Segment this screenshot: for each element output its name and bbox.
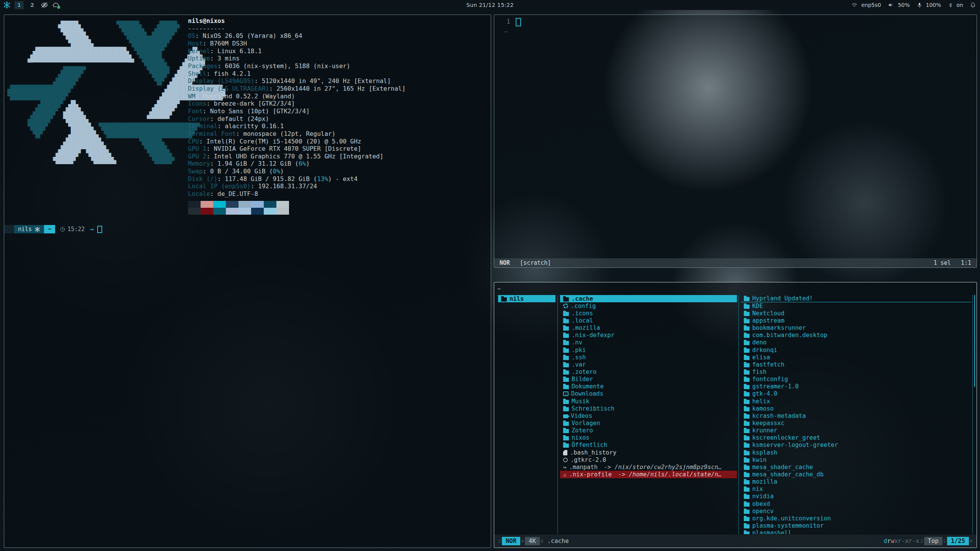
workspace-2[interactable]: 2: [28, 1, 37, 9]
file-row[interactable]: Vorlagen: [560, 419, 737, 427]
fastfetch-label: Terminal Font: [188, 130, 236, 137]
file-name: helix: [752, 398, 770, 405]
file-row[interactable]: kwin: [741, 456, 971, 463]
prompt-arrow: →: [90, 226, 93, 233]
file-row[interactable]: krunner: [741, 427, 971, 434]
color-swatch: [238, 201, 251, 208]
editor-window[interactable]: 1 ~ NOR [scratch] 1 sel 1:1: [494, 15, 977, 268]
file-row[interactable]: .var: [560, 361, 737, 368]
file-row[interactable]: .icons: [560, 310, 737, 317]
file-row[interactable]: mesa_shader_cache: [741, 463, 971, 471]
file-row[interactable]: ⚠.nix-profile -> /home/nils/.local/state…: [560, 471, 737, 478]
file-row[interactable]: Öffentlich: [560, 442, 737, 449]
folder-icon: [744, 326, 750, 331]
file-row[interactable]: fastfetch: [741, 361, 971, 368]
file-row[interactable]: appstream: [741, 317, 971, 324]
file-row[interactable]: .zotero: [560, 368, 737, 375]
network-wifi-icon[interactable]: [851, 2, 858, 8]
file-row[interactable]: .mozilla: [560, 324, 737, 332]
file-row[interactable]: Schreibtisch: [560, 405, 737, 412]
microphone-icon[interactable]: [916, 2, 923, 8]
file-row[interactable]: mozilla: [741, 478, 971, 486]
notification-bell-icon[interactable]: [970, 2, 976, 8]
file-row[interactable]: Videos: [560, 412, 737, 419]
file-row[interactable]: Musik: [560, 398, 737, 405]
prompt-flake-icon: [34, 227, 40, 232]
file-row[interactable]: gtk-4.0: [741, 390, 971, 398]
idle-inhibit-eye-icon[interactable]: [41, 1, 48, 9]
scrollbar[interactable]: [974, 295, 975, 387]
editor-buffer-name: [scratch]: [520, 259, 551, 266]
file-row[interactable]: .bash_history: [560, 449, 737, 456]
file-row[interactable]: opencv: [741, 507, 971, 515]
separator-glyph: 2: [921, 539, 923, 543]
file-row[interactable]: Zotero: [560, 427, 737, 434]
color-swatch: [188, 208, 201, 215]
file-row[interactable]: .pki: [560, 346, 737, 354]
file-row[interactable]: drkonqi: [741, 346, 971, 354]
file-row[interactable]: helix: [741, 398, 971, 405]
prompt-pad-segment: [4, 225, 14, 233]
file-name: .config: [571, 303, 596, 310]
file-row[interactable]: ↪.manpath -> /nix/store/cw2rhy2sjnm8pz9s…: [560, 463, 737, 471]
file-name: bookmarksrunner: [752, 324, 806, 331]
nextcloud-sync-icon[interactable]: [52, 1, 60, 9]
prompt-time-value: 15:22: [67, 226, 85, 233]
color-swatch: [201, 208, 213, 215]
color-swatch: [226, 208, 238, 215]
color-swatch: [213, 208, 226, 215]
file-row[interactable]: com.bitwarden.desktop: [741, 332, 971, 339]
file-row[interactable]: nix: [741, 486, 971, 493]
file-row[interactable]: elisa: [741, 354, 971, 361]
terminal-window[interactable]: ▗▄▄▄ ▗▄▄▄▄ ▄▄▄▖ ▜███▙ ▜███▙ ▟███▛ ▜███▙ …: [4, 15, 491, 548]
file-row[interactable]: nvidia: [741, 493, 971, 500]
file-row[interactable]: mesa_shader_cache_db: [741, 471, 971, 478]
file-row[interactable]: bookmarksrunner: [741, 324, 971, 332]
file-row[interactable]: Nextcloud: [741, 310, 971, 317]
file-row[interactable]: Hyprland Updated!: [741, 295, 971, 302]
file-row[interactable]: .nix-defexpr: [560, 332, 737, 339]
file-row[interactable]: plasmashell: [741, 530, 971, 535]
file-name: .mozilla: [572, 324, 600, 331]
file-row[interactable]: ksmserver-logout-greeter: [741, 442, 971, 449]
file-name: .gtkrc-2.0: [570, 456, 606, 463]
file-row[interactable]: keepassxc: [741, 419, 971, 427]
bluetooth-icon[interactable]: [948, 2, 953, 8]
terminal-cursor: [97, 226, 102, 233]
volume-icon[interactable]: [887, 2, 894, 8]
file-row[interactable]: .cache: [560, 295, 737, 302]
editor-status-bar: NOR [scratch] 1 sel 1:1: [494, 258, 977, 267]
file-name: org.kde.unitconversion: [752, 515, 831, 522]
file-row[interactable]: fontconfig: [741, 376, 971, 383]
file-row[interactable]: ↓Downloads: [560, 390, 737, 398]
file-row[interactable]: kcrash-metadata: [741, 412, 971, 419]
file-row[interactable]: nixos: [560, 434, 737, 442]
clock[interactable]: Sun 21/12 15:22: [466, 2, 514, 8]
file-row[interactable]: .ssh: [560, 354, 737, 361]
file-row[interactable]: kamoso: [741, 405, 971, 412]
file-row[interactable]: .local: [560, 317, 737, 324]
file-row[interactable]: obexd: [741, 500, 971, 507]
file-row[interactable]: ksplash: [741, 449, 971, 456]
file-row[interactable]: .config: [560, 302, 737, 310]
file-row[interactable]: fish: [741, 368, 971, 375]
file-row[interactable]: Bilder: [560, 376, 737, 383]
file-row[interactable]: Dokumente: [560, 383, 737, 390]
file-row[interactable]: .nv: [560, 339, 737, 346]
file-row[interactable]: KDE: [741, 302, 971, 310]
shell-prompt: nils ~ 15:22 →: [4, 225, 102, 233]
file-row[interactable]: org.kde.unitconversion: [741, 515, 971, 522]
file-row[interactable]: nils: [498, 295, 555, 302]
file-row[interactable]: gstreamer-1.0: [741, 383, 971, 390]
workspace-1[interactable]: 1: [15, 1, 24, 9]
file-row[interactable]: .gtkrc-2.0: [560, 456, 737, 463]
nixos-logo-icon[interactable]: [3, 1, 11, 9]
file-manager-window[interactable]: ~ nils .cache.config.icons.local.mozilla…: [494, 282, 977, 548]
color-swatch: [276, 208, 289, 215]
file-row[interactable]: plasma-systemmonitor: [741, 522, 971, 529]
file-name: .local: [572, 317, 593, 324]
file-row[interactable]: deno: [741, 339, 971, 346]
folder-icon: [563, 334, 569, 338]
file-row[interactable]: kscreenlocker_greet: [741, 434, 971, 442]
folder-icon: [744, 422, 750, 426]
